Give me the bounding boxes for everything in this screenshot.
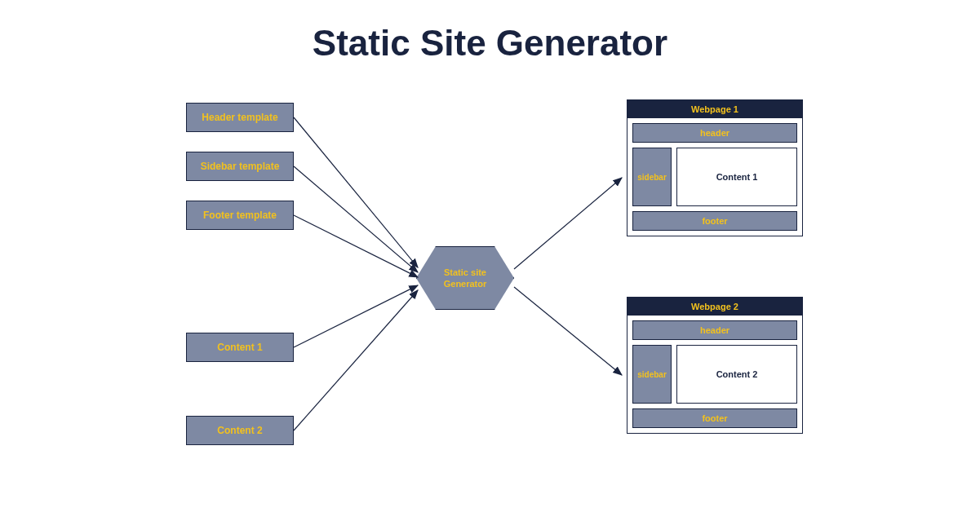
webpage-2-title: Webpage 2 [627,298,802,316]
webpage-1-footer: footer [632,211,797,231]
webpage-2-sidebar: sidebar [632,345,672,404]
webpage-2-footer: footer [632,408,797,428]
webpage-1-header: header [632,123,797,143]
generator-label: Static site Generator [444,267,487,290]
arrow-gen-to-wp2 [514,287,622,375]
arrow-content1-to-gen [294,285,418,347]
box-sidebar-template: Sidebar template [186,152,294,181]
box-content-2: Content 2 [186,416,294,445]
webpage-2-content: Content 2 [676,345,797,404]
box-header-template: Header template [186,103,294,132]
generator-node: Static site Generator [416,246,514,310]
webpage-1-sidebar: sidebar [632,148,672,206]
arrow-footer-to-gen [294,215,418,277]
box-footer-template: Footer template [186,201,294,230]
diagram-title: Static Site Generator [313,23,667,64]
webpage-2: Webpage 2 header sidebar Content 2 foote… [627,297,803,434]
box-content-1: Content 1 [186,333,294,362]
arrow-sidebar-to-gen [294,166,418,272]
arrow-header-to-gen [294,117,418,267]
arrow-gen-to-wp1 [514,178,622,269]
arrow-content2-to-gen [294,290,418,430]
webpage-1-title: Webpage 1 [627,100,802,118]
webpage-1-content: Content 1 [676,148,797,206]
webpage-1: Webpage 1 header sidebar Content 1 foote… [627,99,803,236]
webpage-2-header: header [632,320,797,340]
